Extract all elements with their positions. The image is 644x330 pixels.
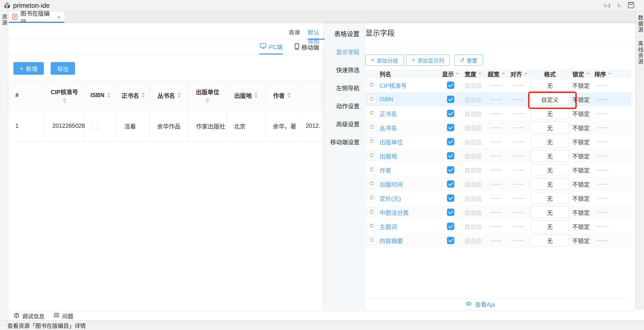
field-name-link[interactable]: 出版地 <box>380 152 397 160</box>
tab-mobile[interactable]: 移动端 <box>294 40 320 54</box>
field-align-value[interactable]: —— <box>513 223 525 230</box>
field-name-link[interactable]: 主题词 <box>380 222 397 231</box>
column-header[interactable]: 正书名 <box>117 80 150 110</box>
field-refresh-button[interactable] <box>367 109 376 118</box>
field-sort-value[interactable]: —— <box>597 237 609 244</box>
sort-arrows-icon[interactable] <box>142 92 145 98</box>
sort-arrows-icon[interactable] <box>178 92 181 98</box>
column-header[interactable]: 丛书名 <box>150 80 189 110</box>
field-sort-value[interactable]: —— <box>597 167 609 173</box>
field-name-link[interactable]: 出版时间 <box>380 180 403 188</box>
fields-column-header[interactable]: 超宽 <box>485 70 508 78</box>
sort-arrows-icon[interactable] <box>107 92 110 98</box>
field-refresh-button[interactable] <box>367 123 376 132</box>
field-format-button[interactable]: 无 <box>531 235 569 246</box>
field-width-value[interactable]: 自适应 <box>464 236 482 245</box>
field-visible-checkbox[interactable] <box>447 223 454 230</box>
field-lock-value[interactable]: 不锁定 <box>572 81 590 90</box>
field-sort-value[interactable]: —— <box>597 153 609 159</box>
field-width-value[interactable]: 自适应 <box>464 81 482 90</box>
field-sort-value[interactable]: —— <box>597 209 609 215</box>
add-button[interactable]: + 新增 <box>14 62 44 75</box>
field-lock-value[interactable]: 不锁定 <box>572 208 590 217</box>
field-lock-value[interactable]: 不锁定 <box>572 95 590 104</box>
field-sort-value[interactable]: —— <box>597 124 609 131</box>
field-overwide-value[interactable]: —— <box>490 209 502 215</box>
field-visible-checkbox[interactable] <box>447 96 454 103</box>
field-width-value[interactable]: 自适应 <box>464 123 482 132</box>
export-button[interactable]: 导出 <box>51 62 75 75</box>
row-checkbox[interactable] <box>91 122 99 130</box>
field-visible-checkbox[interactable] <box>447 110 454 117</box>
field-name-link[interactable]: 正书名 <box>380 109 397 118</box>
field-refresh-button[interactable] <box>367 81 376 90</box>
field-refresh-button[interactable] <box>367 165 376 174</box>
field-width-value[interactable]: 自适应 <box>464 137 482 146</box>
field-sort-value[interactable]: —— <box>597 181 609 187</box>
field-format-button[interactable]: 无 <box>531 136 569 147</box>
sort-arrows-icon[interactable] <box>206 98 209 103</box>
field-format-button[interactable]: 无 <box>531 122 569 133</box>
field-refresh-button[interactable] <box>367 137 376 146</box>
field-sort-value[interactable]: —— <box>597 96 609 102</box>
field-align-value[interactable]: —— <box>513 237 525 244</box>
sort-arrows-icon[interactable] <box>287 92 290 98</box>
field-name-link[interactable]: CIP核准号 <box>380 81 407 90</box>
settings-menu-item[interactable]: 左侧导航 <box>325 83 365 92</box>
field-align-value[interactable]: —— <box>513 82 525 88</box>
field-sort-value[interactable]: —— <box>597 223 609 230</box>
settings-menu-item[interactable]: 高级设置 <box>325 119 365 128</box>
field-width-value[interactable]: 自适应 <box>464 222 482 231</box>
field-refresh-button[interactable] <box>367 194 376 203</box>
resources-rail-label[interactable]: 资源 <box>0 14 8 321</box>
field-lock-value[interactable]: 不锁定 <box>572 123 590 132</box>
field-lock-value[interactable]: 不锁定 <box>572 109 590 118</box>
field-lock-value[interactable]: 不锁定 <box>572 152 590 160</box>
field-format-button[interactable]: 自定义 <box>531 93 569 105</box>
field-width-value[interactable]: 自适应 <box>464 152 482 160</box>
field-overwide-value[interactable]: —— <box>490 223 502 230</box>
sort-arrows-icon[interactable] <box>63 98 66 103</box>
field-visible-checkbox[interactable] <box>447 194 454 202</box>
field-format-button[interactable]: 无 <box>531 150 569 162</box>
chevron-down-icon[interactable] <box>586 73 590 75</box>
view-api-link[interactable]: 查看Api <box>475 300 495 308</box>
fields-column-header[interactable]: 排序 <box>592 70 614 78</box>
tab-form[interactable]: 表单 <box>289 28 300 36</box>
field-overwide-value[interactable]: —— <box>490 195 502 201</box>
field-format-button[interactable]: 无 <box>531 164 569 176</box>
column-header[interactable]: CIP核准号 <box>45 80 84 110</box>
field-overwide-value[interactable]: —— <box>490 110 502 117</box>
field-format-button[interactable]: 无 <box>531 206 569 218</box>
document-tab[interactable]: 图书在版编目 × <box>9 11 64 23</box>
datasource-rail-item[interactable]: 数据源 <box>636 11 644 37</box>
field-width-value[interactable]: 自适应 <box>464 180 482 188</box>
field-name-link[interactable]: 出版单位 <box>380 137 403 146</box>
field-refresh-button[interactable] <box>367 236 376 245</box>
field-refresh-button[interactable] <box>367 151 376 160</box>
field-format-button[interactable]: 无 <box>531 108 569 119</box>
field-overwide-value[interactable]: —— <box>490 124 502 131</box>
field-lock-value[interactable]: 不锁定 <box>572 180 590 188</box>
field-align-value[interactable]: —— <box>513 195 525 201</box>
field-sort-value[interactable]: —— <box>597 110 609 117</box>
field-lock-value[interactable]: 不锁定 <box>572 236 590 245</box>
field-format-button[interactable]: 无 <box>531 192 569 204</box>
save-icon[interactable] <box>628 2 634 9</box>
field-name-link[interactable]: 定价(元) <box>380 194 401 203</box>
field-refresh-button[interactable] <box>367 95 376 104</box>
field-align-value[interactable]: —— <box>513 209 525 215</box>
field-lock-value[interactable]: 不锁定 <box>572 137 590 146</box>
field-visible-checkbox[interactable] <box>447 180 454 188</box>
field-refresh-button[interactable] <box>367 208 376 217</box>
sort-arrows-icon[interactable] <box>254 92 258 98</box>
field-align-value[interactable]: —— <box>513 138 525 145</box>
field-align-value[interactable]: —— <box>513 96 525 102</box>
field-name-link[interactable]: 作者 <box>380 166 391 174</box>
field-align-value[interactable]: —— <box>513 124 525 131</box>
chevron-down-icon[interactable] <box>478 73 482 75</box>
field-format-button[interactable]: 无 <box>531 178 569 190</box>
field-name-link[interactable]: 内容摘要 <box>380 236 403 245</box>
chevron-down-icon[interactable] <box>456 73 459 75</box>
field-lock-value[interactable]: 不锁定 <box>572 166 590 174</box>
